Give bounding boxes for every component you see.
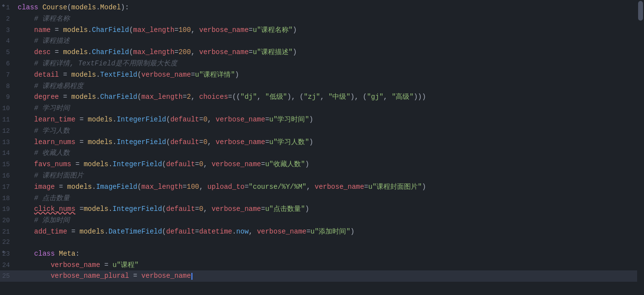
text-cursor [191,273,192,280]
token-plain: = [67,228,80,236]
line-number: 18 [0,194,15,204]
line-content: favs_nums = models.IntegerField(default=… [15,159,636,170]
token-attr: verbose_name [199,26,249,34]
line-number: 21 [0,227,15,237]
code-line: 4 # 课程描述 [0,35,644,47]
code-line: 16 # 课程封面图片 [0,170,644,181]
token-func: CharField [92,26,129,34]
token-func: now [236,228,248,236]
line-number: 20 [0,216,15,226]
code-line: 2 # 课程名称 [0,13,644,25]
gutter-marker: ◆ [2,248,5,256]
token-plain: ( [67,3,71,11]
scrollbar-thumb[interactable] [638,1,643,21]
line-number: 8 [0,82,15,92]
token-variable: detail [34,71,59,79]
token-plain: ), ( [350,93,367,101]
token-plain: ) [305,160,309,168]
token-plain: = [261,205,265,213]
line-number: 14 [0,148,15,159]
line-content: # 点击数量 [15,193,636,204]
line-content: # 课程名称 [15,13,636,24]
token-number: 200 [179,48,191,56]
gutter-marker: ◆ [2,2,5,10]
token-string: "dj" [241,93,257,101]
token-plain: ( [137,71,141,79]
token-builtin: models [88,138,112,146]
token-plain [55,250,59,258]
token-plain: ))) [414,93,426,101]
token-plain: = [51,48,63,56]
token-cls: Course [42,3,67,11]
token-plain: = [76,116,88,123]
token-attr: max_length [141,93,183,101]
token-plain [18,261,51,269]
token-plain: , [203,205,212,213]
token-plain: , [203,160,212,168]
token-plain: : [76,250,80,258]
token-attr: default [170,138,199,146]
token-attr: verbose_name [212,160,261,168]
token-plain: , [383,93,392,101]
token-variable: learn_nums [34,138,76,146]
line-content: add_time = models.DateTimeField(default=… [15,226,636,237]
token-plain [18,194,34,202]
token-number: 0 [199,160,203,168]
token-plain: = [183,183,187,191]
token-func: CharField [92,48,129,56]
token-plain: = [306,228,310,236]
token-plain: = [261,160,265,168]
token-func: DateTimeField [108,228,162,236]
token-attr: verbose_name [257,228,306,236]
line-content: class Course(models.Model): [15,2,636,13]
token-string: u"添加时间" [311,228,350,236]
line-content: name = models.CharField(max_length=100, … [15,25,636,35]
line-content: learn_nums = models.IntegerField(default… [15,137,636,148]
token-attr: default [166,228,195,236]
token-plain: = [71,160,83,168]
token-plain [18,228,34,236]
line-number: 25 [0,271,15,282]
token-plain: . [88,26,92,34]
line-content: class Meta: [15,248,636,259]
token-plain: = [183,93,187,101]
code-line: 8 # 课程难易程度 [0,81,644,92]
token-plain: , [191,48,199,56]
token-comment: # 课程描述 [34,37,70,45]
token-number: 0 [199,205,203,213]
token-string: "gj" [367,93,383,101]
token-plain: ( [166,138,170,146]
token-comment: # 收藏人数 [34,149,70,157]
token-plain: ) [422,183,426,191]
token-attr: verbose_name [199,48,249,56]
token-plain: = [244,183,248,191]
token-plain: . [96,93,100,101]
token-plain: = [59,71,71,79]
line-content: # 课程描述 [15,35,636,46]
line-content: # 学习人数 [15,125,636,136]
line-content: # 学习时间 [15,103,636,114]
line-content: image = models.ImageField(max_length=100… [15,181,636,192]
token-variable: verbose_name [141,272,191,280]
token-number: 2 [187,93,191,101]
token-plain: ) [350,228,354,236]
token-plain [18,216,34,224]
token-builtin: models [63,48,87,56]
token-plain [18,71,34,79]
token-string: "course/%Y/%M" [249,183,307,191]
code-line: 19 click_nums =models.IntegerField(defau… [0,204,644,215]
line-content: detail = models.TextField(verbose_name=u… [15,69,636,80]
token-string: u"课程" [112,261,138,269]
token-plain: = [129,272,141,280]
token-variable: add_time [34,228,67,236]
code-line: 18 # 点击数量 [0,193,644,204]
token-func: TextField [100,71,137,79]
token-plain [18,59,34,67]
line-content: verbose_name_plural = verbose_name [15,270,636,281]
token-func: IntegerField [112,205,162,213]
scrollbar[interactable] [637,0,644,295]
token-plain: = [195,160,199,168]
token-cls: Meta [59,250,76,258]
token-plain: = [76,138,88,146]
token-builtin: models [71,71,96,79]
